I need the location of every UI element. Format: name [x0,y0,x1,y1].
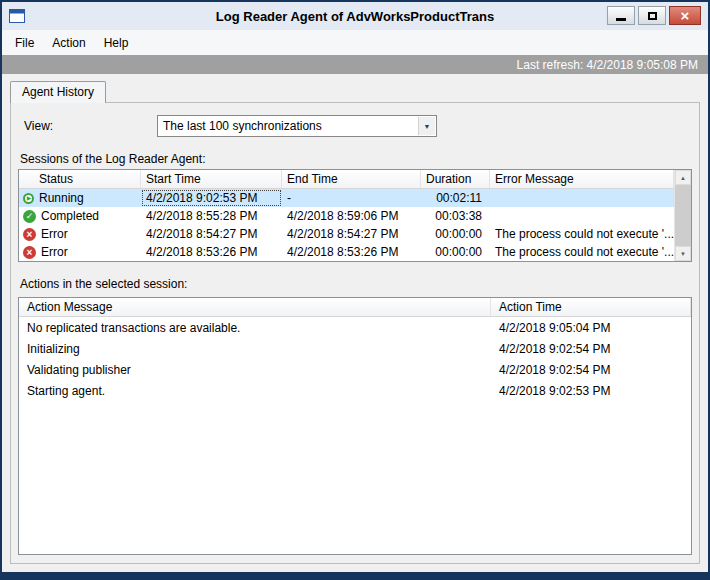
action-row[interactable]: Starting agent. 4/2/2018 9:02:53 PM [19,380,691,401]
column-header-action-time[interactable]: Action Time [491,298,691,316]
sessions-section-label: Sessions of the Log Reader Agent: [20,152,692,166]
action-row[interactable]: Validating publisher 4/2/2018 9:02:54 PM [19,359,691,380]
view-dropdown[interactable]: The last 100 synchronizations ▼ [157,115,437,137]
app-window-icon [9,9,25,23]
actions-table-main: Action Message Action Time No replicated… [19,298,691,554]
window-title: Log Reader Agent of AdvWorksProductTrans [2,9,708,24]
menu-item-action[interactable]: Action [43,32,94,54]
scroll-up-icon: ▲ [680,175,686,181]
title-bar: Log Reader Agent of AdvWorksProductTrans… [2,2,708,30]
tab-strip: Agent History [10,81,700,102]
actions-table: Action Message Action Time No replicated… [18,297,692,555]
chevron-down-icon[interactable]: ▼ [418,117,435,135]
scroll-down-button[interactable]: ▼ [675,246,691,261]
action-time: 4/2/2018 9:05:04 PM [491,321,691,335]
maximize-icon [648,12,657,20]
view-label: View: [24,119,157,133]
action-row[interactable]: Initializing 4/2/2018 9:02:54 PM [19,338,691,359]
scrollbar-thumb[interactable] [675,185,691,246]
session-end-time: 4/2/2018 8:53:26 PM [282,243,421,261]
tab-agent-history[interactable]: Agent History [10,81,106,103]
menu-bar: File Action Help [2,30,708,55]
session-duration: 00:00:00 [421,225,490,243]
action-time: 4/2/2018 9:02:54 PM [491,363,691,377]
action-message: Validating publisher [19,363,491,377]
session-error-message: The process could not execute '... [490,243,674,261]
action-row[interactable]: No replicated transactions are available… [19,317,691,338]
actions-header-row: Action Message Action Time [19,298,691,317]
session-row-running[interactable]: ▶ Running 4/2/2018 9:02:53 PM - 00:02:11 [19,189,674,207]
completed-icon: ✓ [23,210,36,223]
scroll-down-icon: ▼ [680,251,686,257]
action-message: Initializing [19,342,491,356]
session-status: Error [41,243,68,261]
session-row-error-1[interactable]: × Error 4/2/2018 8:54:27 PM 4/2/2018 8:5… [19,225,674,243]
action-time: 4/2/2018 9:02:53 PM [491,384,691,398]
app-icon [9,9,25,23]
column-header-status[interactable]: Status [19,170,141,188]
status-strip: Last refresh: 4/2/2018 9:05:08 PM [2,55,708,74]
view-dropdown-value: The last 100 synchronizations [163,119,322,133]
session-row-completed[interactable]: ✓ Completed 4/2/2018 8:55:28 PM 4/2/2018… [19,207,674,225]
sessions-table-main: Status Start Time End Time Duration Erro… [19,170,674,261]
session-duration: 00:00:00 [421,243,490,261]
session-end-time: 4/2/2018 8:54:27 PM [282,225,421,243]
session-error-message [490,189,674,207]
column-header-error-message[interactable]: Error Message [490,170,674,188]
tab-panel: View: The last 100 synchronizations ▼ Se… [10,102,700,564]
close-button[interactable]: × [669,6,701,25]
session-error-message [490,207,674,225]
session-status: Completed [41,207,99,225]
menu-item-help[interactable]: Help [95,32,138,54]
session-row-error-2[interactable]: × Error 4/2/2018 8:53:26 PM 4/2/2018 8:5… [19,243,674,261]
actions-section-label: Actions in the selected session: [20,277,692,291]
menu-item-file[interactable]: File [6,32,43,54]
running-icon: ▶ [23,193,34,204]
minimize-icon [616,18,626,21]
session-end-time: 4/2/2018 8:59:06 PM [282,207,421,225]
action-message: No replicated transactions are available… [19,321,491,335]
column-header-end-time[interactable]: End Time [282,170,421,188]
close-icon: × [681,8,690,23]
session-duration: 00:03:38 [421,207,490,225]
maximize-button[interactable] [638,6,666,25]
column-header-start-time[interactable]: Start Time [141,170,282,188]
vertical-scrollbar[interactable]: ▲ ▼ [674,170,691,261]
session-status: Error [41,225,68,243]
column-header-duration[interactable]: Duration [421,170,490,188]
client-area: Agent History View: The last 100 synchro… [2,74,708,572]
scrollbar-track[interactable] [675,185,691,246]
window-controls: × [607,6,701,25]
session-start-time: 4/2/2018 8:54:27 PM [141,225,282,243]
session-start-time: 4/2/2018 8:55:28 PM [141,207,282,225]
minimize-button[interactable] [607,6,635,25]
session-status: Running [39,189,84,207]
error-icon: × [23,228,36,241]
sessions-header-row: Status Start Time End Time Duration Erro… [19,170,674,189]
session-start-time: 4/2/2018 8:53:26 PM [141,243,282,261]
session-end-time: - [282,189,421,207]
scroll-up-button[interactable]: ▲ [675,170,691,185]
session-error-message: The process could not execute '... [490,225,674,243]
session-start-time: 4/2/2018 9:02:53 PM [141,189,282,207]
window: Log Reader Agent of AdvWorksProductTrans… [0,0,710,580]
action-time: 4/2/2018 9:02:54 PM [491,342,691,356]
session-duration: 00:02:11 [421,189,490,207]
error-icon: × [23,246,36,259]
column-header-action-message[interactable]: Action Message [19,298,491,316]
sessions-table: Status Start Time End Time Duration Erro… [18,169,692,262]
last-refresh-text: Last refresh: 4/2/2018 9:05:08 PM [517,58,698,72]
action-message: Starting agent. [19,384,491,398]
view-row: View: The last 100 synchronizations ▼ [24,115,692,137]
